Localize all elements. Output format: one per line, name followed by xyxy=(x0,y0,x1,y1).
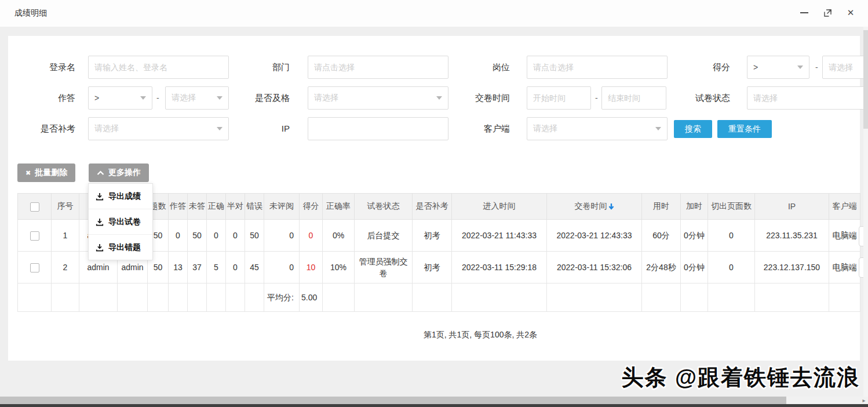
submit-time-start-input[interactable] xyxy=(527,86,591,110)
row-checkbox[interactable] xyxy=(30,231,39,241)
more-actions-menu: 导出成绩 导出试卷 导出错题 xyxy=(88,183,153,260)
table-cell: 初考 xyxy=(413,220,452,252)
score-label: 得分 xyxy=(666,56,730,79)
maximize-button[interactable] xyxy=(822,7,833,19)
table-cell: 2022-03-11 15:29:18 xyxy=(452,252,547,284)
table-cell: 0分钟 xyxy=(681,220,708,252)
sort-desc-icon[interactable] xyxy=(608,202,614,212)
column-header: 是否补考 xyxy=(413,194,452,220)
login-name-input[interactable] xyxy=(88,56,229,79)
column-header: 半对 xyxy=(226,194,245,220)
window-bottom-edge xyxy=(0,404,868,407)
paper-status-input[interactable] xyxy=(747,86,865,110)
batch-delete-button[interactable]: ✖ 批量删除 xyxy=(17,163,75,182)
answer-to-select[interactable]: 请选择 xyxy=(165,86,229,110)
table-cell: 50 xyxy=(188,220,207,252)
pass-select[interactable]: 请选择 xyxy=(308,86,448,110)
column-header: 得分 xyxy=(300,194,323,220)
column-header: 加时 xyxy=(681,194,708,220)
column-header: 切出页面数 xyxy=(708,194,755,220)
chevron-down-icon xyxy=(140,96,146,100)
vertical-scrollbar[interactable] xyxy=(863,27,868,397)
column-header-sorted[interactable]: 交卷时间 xyxy=(547,194,642,220)
column-header: 作答 xyxy=(169,194,188,220)
table-cell: 0 xyxy=(708,220,755,252)
column-header: 进入时间 xyxy=(452,194,547,220)
close-button[interactable]: ✕ xyxy=(845,7,856,19)
score-detail-window: 成绩明细 ✕ 登录名 部门 岗位 得分 > - 作答 > xyxy=(0,0,868,407)
makeup-label: 是否补考 xyxy=(12,117,75,140)
horizontal-scrollbar[interactable] xyxy=(0,397,860,404)
chevron-down-icon xyxy=(655,127,661,130)
table-cell: 223.12.137.150 xyxy=(755,252,829,284)
x-icon: ✖ xyxy=(25,169,31,177)
chevron-down-icon xyxy=(217,96,223,100)
table-cell: 50 xyxy=(245,220,264,252)
submit-time-end-input[interactable] xyxy=(601,86,666,110)
table-cell: 2022-03-21 12:43:33 xyxy=(547,220,642,252)
reset-button[interactable]: 重置条件 xyxy=(717,120,772,138)
chevron-down-icon xyxy=(217,127,223,130)
close-icon: ✕ xyxy=(847,8,855,18)
column-header: 错误 xyxy=(245,194,264,220)
chevron-down-icon xyxy=(436,96,442,100)
table-cell: 0 xyxy=(169,220,188,252)
table-cell: 初考 xyxy=(413,252,452,284)
submit-time-label: 交卷时间 xyxy=(446,86,510,110)
horizontal-scrollbar-thumb[interactable] xyxy=(0,397,786,404)
column-header: 客户端 xyxy=(829,194,860,220)
summary-row: 平均分: 5.00 xyxy=(18,284,860,312)
vertical-scrollbar-thumb[interactable] xyxy=(863,30,868,129)
table-cell: 0 xyxy=(226,220,245,252)
answer-operator-select[interactable]: > xyxy=(88,86,152,110)
position-input[interactable] xyxy=(527,56,668,79)
department-input[interactable] xyxy=(308,56,448,79)
ip-input[interactable] xyxy=(308,117,448,140)
select-all-header xyxy=(18,194,52,220)
table-cell: 0 xyxy=(264,252,300,284)
range-separator: - xyxy=(156,86,159,110)
more-actions-button[interactable]: 更多操作 xyxy=(89,163,149,182)
column-header: 序号 xyxy=(52,194,79,220)
score-to-input[interactable] xyxy=(822,56,868,79)
table-cell: 电脑端 xyxy=(829,220,860,252)
range-separator: - xyxy=(595,86,598,110)
table-cell: 后台提交 xyxy=(355,220,413,252)
client-select[interactable]: 请选择 xyxy=(527,117,668,140)
search-button[interactable]: 搜索 xyxy=(674,120,712,138)
column-header: 正确 xyxy=(207,194,226,220)
window-title: 成绩明细 xyxy=(14,8,47,19)
menu-item-export-wrong-questions[interactable]: 导出错题 xyxy=(89,235,152,260)
table-cell: 0分钟 xyxy=(681,252,708,284)
score-operator-select[interactable]: > xyxy=(747,56,809,79)
row-select-cell xyxy=(18,252,52,284)
pagination-info: 第1页, 共1页, 每页100条, 共2条 xyxy=(101,330,860,340)
minimize-icon xyxy=(800,12,808,13)
makeup-select[interactable]: 请选择 xyxy=(88,117,229,140)
table-cell: 2022-03-11 15:32:06 xyxy=(547,252,642,284)
table-cell: 0 xyxy=(226,252,245,284)
minimize-button[interactable] xyxy=(798,7,810,19)
download-icon xyxy=(96,218,104,226)
column-header: 正确率 xyxy=(323,194,355,220)
pass-label: 是否及格 xyxy=(226,86,290,110)
table-cell: 2022-03-21 11:43:33 xyxy=(452,220,547,252)
content-card: 登录名 部门 岗位 得分 > - 作答 > - 请选择 是否及格 请选择 交卷时… xyxy=(8,36,860,361)
column-header: 试卷状态 xyxy=(355,194,413,220)
menu-item-export-scores[interactable]: 导出成绩 xyxy=(89,184,152,209)
table-cell: 1 xyxy=(52,220,79,252)
download-icon xyxy=(96,244,104,252)
table-cell: 0 xyxy=(708,252,755,284)
watermark: 头条 @跟着铁锤去流浪 xyxy=(621,363,860,393)
scroll-right-arrow[interactable]: ▸ xyxy=(860,397,868,404)
row-select-cell xyxy=(18,220,52,252)
answer-label: 作答 xyxy=(12,86,75,110)
select-all-checkbox[interactable] xyxy=(30,202,39,212)
table-cell: 223.11.35.231 xyxy=(755,220,829,252)
menu-item-export-papers[interactable]: 导出试卷 xyxy=(89,209,152,235)
table-cell: 2 xyxy=(52,252,79,284)
department-label: 部门 xyxy=(226,56,290,79)
row-checkbox[interactable] xyxy=(30,263,39,272)
titlebar: 成绩明细 ✕ xyxy=(0,0,868,27)
table-cell-score: 0 xyxy=(300,220,323,252)
